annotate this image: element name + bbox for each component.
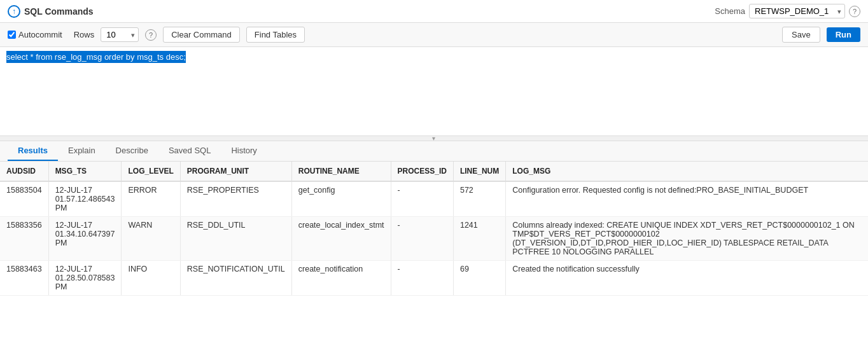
resize-handle[interactable]: ▾ bbox=[0, 136, 868, 141]
schema-select[interactable]: RETWSP_DEMO_1 bbox=[749, 4, 845, 18]
table-header-row: AUDSID MSG_TS LOG_LEVEL PROGRAM_UNIT ROU… bbox=[0, 162, 868, 181]
autocommit-label: Autocommit bbox=[18, 30, 62, 39]
rows-select-wrapper[interactable]: 10 25 50 100 bbox=[101, 27, 139, 42]
cell-line-num: 1241 bbox=[453, 217, 505, 261]
cell-log-level: WARN bbox=[122, 217, 180, 261]
col-line-num: LINE_NUM bbox=[453, 162, 505, 181]
cell-log-level: INFO bbox=[122, 261, 180, 296]
sql-text[interactable]: select * from rse_log_msg order by msg_t… bbox=[6, 51, 186, 63]
cell-process-id: - bbox=[391, 181, 453, 217]
tabs-bar: Results Explain Describe Saved SQL Histo… bbox=[0, 141, 868, 162]
cell-log-msg: Configuration error. Requested config is… bbox=[506, 181, 868, 217]
schema-area: Schema RETWSP_DEMO_1 ? bbox=[715, 4, 860, 18]
results-area: AUDSID MSG_TS LOG_LEVEL PROGRAM_UNIT ROU… bbox=[0, 162, 868, 346]
col-log-level: LOG_LEVEL bbox=[122, 162, 180, 181]
cell-log-msg: Columns already indexed: CREATE UNIQUE I… bbox=[506, 217, 868, 261]
tab-results[interactable]: Results bbox=[8, 141, 58, 161]
run-button[interactable]: Run bbox=[827, 27, 860, 42]
page-container: ↑ SQL Commands Schema RETWSP_DEMO_1 ? Au… bbox=[0, 0, 868, 346]
cell-program-unit: RSE_PROPERTIES bbox=[180, 181, 291, 217]
page-title-area: ↑ SQL Commands bbox=[8, 5, 710, 18]
sql-commands-icon: ↑ bbox=[8, 5, 20, 18]
cell-process-id: - bbox=[391, 217, 453, 261]
cell-routine-name: create_local_index_stmt bbox=[291, 217, 391, 261]
tab-history[interactable]: History bbox=[221, 141, 267, 161]
col-process-id: PROCESS_ID bbox=[391, 162, 453, 181]
cell-audsid: 15883356 bbox=[0, 217, 48, 261]
save-button[interactable]: Save bbox=[782, 27, 820, 43]
table-row: 15883504 12-JUL-17 01.57.12.486543 PM ER… bbox=[0, 181, 868, 217]
col-program-unit: PROGRAM_UNIT bbox=[180, 162, 291, 181]
tab-describe[interactable]: Describe bbox=[106, 141, 158, 161]
autocommit-area: Autocommit bbox=[8, 30, 62, 39]
find-tables-button[interactable]: Find Tables bbox=[246, 27, 305, 43]
cell-routine-name: get_config bbox=[291, 181, 391, 217]
rows-select[interactable]: 10 25 50 100 bbox=[101, 27, 139, 42]
topbar-help-icon[interactable]: ? bbox=[849, 6, 860, 17]
cell-line-num: 572 bbox=[453, 181, 505, 217]
page-title: SQL Commands bbox=[24, 6, 94, 17]
rows-label: Rows bbox=[74, 30, 95, 39]
table-header: AUDSID MSG_TS LOG_LEVEL PROGRAM_UNIT ROU… bbox=[0, 162, 868, 181]
cell-log-level: ERROR bbox=[122, 181, 180, 217]
cell-msg-ts: 12-JUL-17 01.28.50.078583 PM bbox=[48, 261, 122, 296]
cell-msg-ts: 12-JUL-17 01.57.12.486543 PM bbox=[48, 181, 122, 217]
clear-command-button[interactable]: Clear Command bbox=[163, 27, 240, 43]
col-msg-ts: MSG_TS bbox=[48, 162, 122, 181]
schema-label: Schema bbox=[715, 6, 745, 16]
tab-saved-sql[interactable]: Saved SQL bbox=[158, 141, 221, 161]
sql-editor[interactable]: select * from rse_log_msg order by msg_t… bbox=[0, 47, 868, 136]
col-log-msg: LOG_MSG bbox=[506, 162, 868, 181]
col-routine-name: ROUTINE_NAME bbox=[291, 162, 391, 181]
cell-program-unit: RSE_NOTIFICATION_UTIL bbox=[180, 261, 291, 296]
cell-program-unit: RSE_DDL_UTIL bbox=[180, 217, 291, 261]
toolbar: Autocommit Rows 10 25 50 100 ? Clear Com… bbox=[0, 23, 868, 47]
table-row: 15883356 12-JUL-17 01.34.10.647397 PM WA… bbox=[0, 217, 868, 261]
table-body: 15883504 12-JUL-17 01.57.12.486543 PM ER… bbox=[0, 181, 868, 296]
cell-routine-name: create_notification bbox=[291, 261, 391, 296]
col-audsid: AUDSID bbox=[0, 162, 48, 181]
toolbar-help-icon[interactable]: ? bbox=[145, 29, 157, 41]
cell-msg-ts: 12-JUL-17 01.34.10.647397 PM bbox=[48, 217, 122, 261]
cell-audsid: 15883463 bbox=[0, 261, 48, 296]
autocommit-checkbox[interactable] bbox=[8, 31, 16, 39]
results-table: AUDSID MSG_TS LOG_LEVEL PROGRAM_UNIT ROU… bbox=[0, 162, 868, 296]
table-row: 15883463 12-JUL-17 01.28.50.078583 PM IN… bbox=[0, 261, 868, 296]
cell-process-id: - bbox=[391, 261, 453, 296]
top-bar: ↑ SQL Commands Schema RETWSP_DEMO_1 ? bbox=[0, 0, 868, 23]
cell-line-num: 69 bbox=[453, 261, 505, 296]
tab-explain[interactable]: Explain bbox=[58, 141, 106, 161]
schema-select-wrapper[interactable]: RETWSP_DEMO_1 bbox=[749, 4, 845, 18]
cell-audsid: 15883504 bbox=[0, 181, 48, 217]
cell-log-msg: Created the notification successfully bbox=[506, 261, 868, 296]
